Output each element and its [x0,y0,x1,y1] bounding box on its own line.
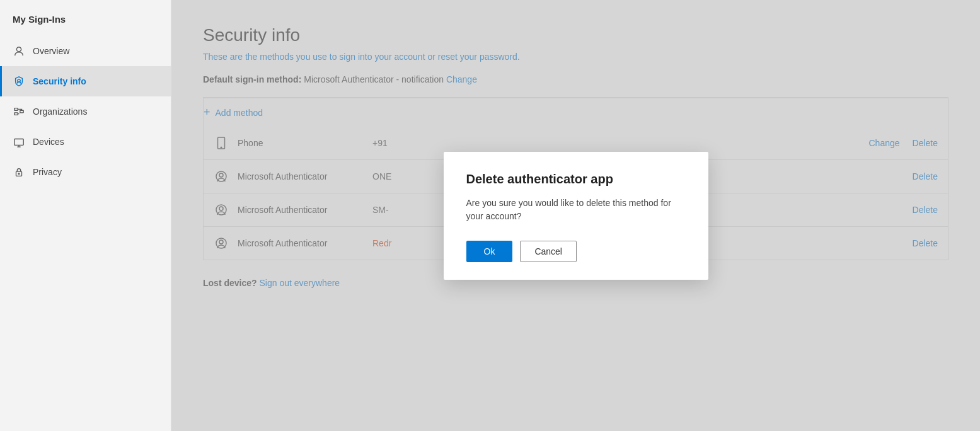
sidebar: My Sign-Ins Overview Security info [0,0,171,431]
delete-dialog: Delete authenticator app Are you sure yo… [444,152,708,280]
sidebar-item-overview[interactable]: Overview [0,36,171,66]
content-area: Security info These are the methods you … [171,0,980,431]
dialog-buttons: Ok Cancel [466,241,686,262]
sidebar-label-privacy: Privacy [33,167,62,177]
org-icon [13,105,25,118]
svg-rect-2 [14,108,18,111]
svg-rect-3 [14,113,18,115]
svg-rect-4 [20,110,23,113]
dialog-title: Delete authenticator app [466,172,686,187]
sidebar-item-privacy[interactable]: Privacy [0,157,171,187]
main-wrapper: Security info These are the methods you … [171,0,980,431]
svg-rect-5 [14,139,23,146]
dialog-body: Are you sure you would like to delete th… [466,197,686,223]
ok-button[interactable]: Ok [466,241,513,262]
sidebar-label-devices: Devices [33,137,64,147]
svg-point-7 [18,173,20,175]
cancel-button[interactable]: Cancel [520,241,577,262]
device-icon [13,135,25,148]
person-icon [13,45,25,57]
app-title: My Sign-Ins [0,0,171,36]
shield-icon [13,75,25,88]
sidebar-item-devices[interactable]: Devices [0,127,171,157]
sidebar-item-organizations[interactable]: Organizations [0,96,171,127]
sidebar-item-security-info[interactable]: Security info [0,66,171,96]
svg-point-0 [16,47,21,52]
sidebar-label-overview: Overview [33,46,69,56]
modal-overlay: Delete authenticator app Are you sure yo… [171,0,980,431]
sidebar-label-organizations: Organizations [33,106,87,117]
lock-icon [13,166,25,178]
sidebar-label-security-info: Security info [33,76,86,86]
